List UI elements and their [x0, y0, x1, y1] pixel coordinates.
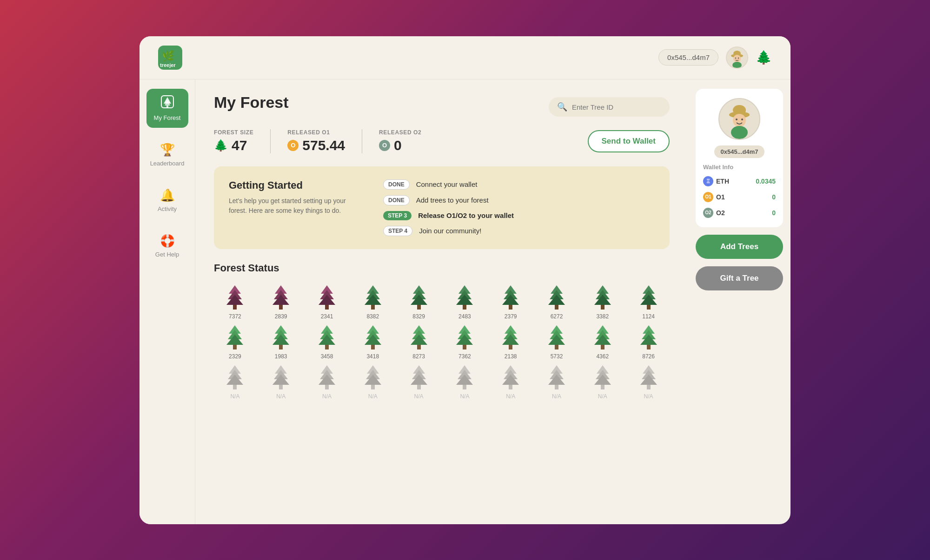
- svg-marker-92: [640, 335, 657, 345]
- sidebar-item-get-help[interactable]: 🛟 Get Help: [146, 227, 188, 264]
- svg-marker-96: [226, 375, 243, 385]
- sidebar-label-leaderboard: Leaderboard: [150, 160, 185, 167]
- tree-id-label: 3382: [596, 313, 609, 320]
- header-tree-icon[interactable]: 🌲: [756, 50, 772, 65]
- sidebar-item-my-forest[interactable]: My Forest: [146, 89, 188, 128]
- tree-cell[interactable]: 6272: [536, 283, 578, 320]
- tree-cell[interactable]: 3418: [352, 323, 394, 360]
- svg-rect-21: [279, 305, 283, 310]
- svg-point-139: [736, 119, 737, 120]
- tree-cell[interactable]: 2483: [444, 283, 486, 320]
- bell-icon: 🔔: [160, 188, 175, 203]
- right-panel: 0x545...d4m7 Wallet Info Ξ ETH 0.0345 O1…: [688, 79, 790, 524]
- svg-marker-56: [226, 335, 243, 345]
- getting-started-left: Getting Started Let's help you get start…: [229, 179, 365, 236]
- tree-id-label: N/A: [460, 393, 469, 400]
- o1-label: O1: [716, 193, 725, 201]
- svg-marker-116: [456, 375, 473, 385]
- tree-cell[interactable]: N/A: [398, 363, 440, 400]
- tree-svg: [361, 363, 385, 391]
- tree-id-label: 1983: [275, 353, 287, 360]
- tree-cell[interactable]: N/A: [627, 363, 670, 400]
- stat-released-o1: RELEASED O1 O 575.44: [287, 129, 362, 153]
- tree-cell[interactable]: 3458: [306, 323, 348, 360]
- sidebar-label-activity: Activity: [158, 205, 177, 212]
- tree-id-label: 7362: [458, 353, 471, 360]
- profile-wallet-address[interactable]: 0x545...d4m7: [714, 145, 765, 158]
- forest-status-title: Forest Status: [214, 262, 670, 274]
- logo-area: 🌿 treejer treejer: [158, 46, 182, 70]
- tree-cell[interactable]: 2329: [214, 323, 256, 360]
- tree-svg: [637, 283, 660, 311]
- tree-cell[interactable]: 8273: [398, 323, 440, 360]
- send-to-wallet-button[interactable]: Send to Wallet: [588, 130, 670, 152]
- header-right: 0x545...d4m7: [658, 46, 772, 69]
- svg-rect-121: [509, 385, 512, 389]
- tree-cell[interactable]: N/A: [536, 363, 578, 400]
- tree-svg: [223, 323, 246, 351]
- svg-marker-40: [502, 295, 519, 305]
- tree-id-label: N/A: [322, 393, 332, 400]
- released-o1-value: O 575.44: [287, 138, 345, 153]
- svg-rect-41: [509, 305, 512, 310]
- svg-marker-52: [640, 295, 657, 305]
- svg-rect-93: [647, 345, 651, 349]
- tree-cell[interactable]: 1983: [260, 323, 302, 360]
- logo-icon: 🌿 treejer: [158, 46, 182, 70]
- tree-cell[interactable]: N/A: [444, 363, 486, 400]
- tree-cell[interactable]: N/A: [260, 363, 302, 400]
- svg-rect-89: [601, 345, 604, 349]
- trees-grid-row3: N/A N/A N/A N/A N/A: [214, 363, 670, 400]
- tree-cell[interactable]: 7362: [444, 323, 486, 360]
- svg-rect-17: [233, 305, 237, 310]
- tree-cell[interactable]: N/A: [306, 363, 348, 400]
- header-wallet-address[interactable]: 0x545...d4m7: [658, 49, 718, 66]
- svg-rect-77: [463, 345, 466, 349]
- tree-svg: [453, 363, 476, 391]
- profile-card: 0x545...d4m7 Wallet Info Ξ ETH 0.0345 O1…: [696, 89, 783, 227]
- svg-rect-105: [325, 385, 329, 389]
- add-trees-button[interactable]: Add Trees: [696, 235, 783, 259]
- tree-cell[interactable]: 8329: [398, 283, 440, 320]
- tree-cell[interactable]: 5732: [536, 323, 578, 360]
- sidebar-item-leaderboard[interactable]: 🏆 Leaderboard: [146, 136, 188, 173]
- tree-cell[interactable]: 2839: [260, 283, 302, 320]
- svg-rect-85: [555, 345, 558, 349]
- tree-id-label: 1124: [642, 313, 655, 320]
- tree-id-label: 2483: [458, 313, 471, 320]
- eth-icon: Ξ: [703, 176, 713, 186]
- tree-cell[interactable]: 7372: [214, 283, 256, 320]
- svg-rect-101: [279, 385, 283, 389]
- sidebar-item-activity[interactable]: 🔔 Activity: [146, 182, 188, 219]
- tree-cell[interactable]: N/A: [352, 363, 394, 400]
- tree-id-label: 8273: [412, 353, 425, 360]
- tree-id-label: 6272: [551, 313, 563, 320]
- search-input[interactable]: [572, 103, 661, 111]
- tree-cell[interactable]: N/A: [490, 363, 532, 400]
- tree-svg: [545, 363, 568, 391]
- tree-svg: [545, 323, 568, 351]
- tree-svg: [361, 283, 385, 311]
- tree-svg: [637, 363, 660, 391]
- gift-tree-button[interactable]: Gift a Tree: [696, 266, 783, 290]
- tree-cell[interactable]: N/A: [214, 363, 256, 400]
- tree-cell[interactable]: 2379: [490, 283, 532, 320]
- tree-cell[interactable]: 8726: [627, 323, 670, 360]
- tree-cell[interactable]: 3382: [581, 283, 624, 320]
- tree-svg: [637, 323, 660, 351]
- tree-svg: [453, 283, 476, 311]
- tree-cell[interactable]: 2341: [306, 283, 348, 320]
- tree-cell[interactable]: 2138: [490, 323, 532, 360]
- svg-rect-133: [647, 385, 651, 389]
- svg-marker-72: [411, 335, 427, 345]
- svg-rect-37: [463, 305, 466, 310]
- search-bar[interactable]: 🔍: [549, 97, 670, 117]
- header-avatar: [726, 46, 748, 69]
- tree-id-label: N/A: [368, 393, 378, 400]
- tree-cell[interactable]: 4362: [581, 323, 624, 360]
- tree-svg: [453, 323, 476, 351]
- tree-cell[interactable]: 1124: [627, 283, 670, 320]
- svg-marker-44: [548, 295, 565, 305]
- tree-cell[interactable]: 8382: [352, 283, 394, 320]
- tree-cell[interactable]: N/A: [581, 363, 624, 400]
